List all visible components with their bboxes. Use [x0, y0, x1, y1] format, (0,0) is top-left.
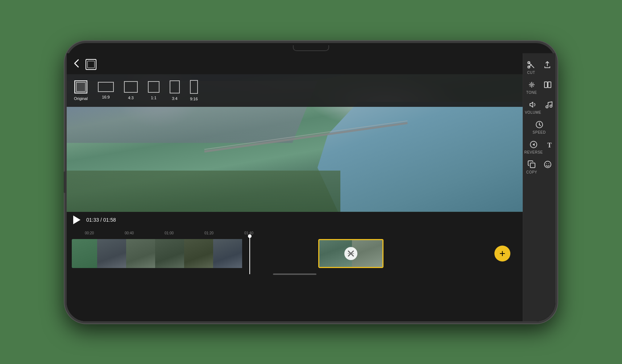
- video-preview: Original 16:9 4:3 1:1: [67, 74, 523, 212]
- copy-label: COPY: [526, 170, 537, 174]
- svg-line-12: [530, 83, 531, 84]
- svg-rect-24: [530, 163, 535, 168]
- ruler-mark-1: 00:20: [85, 231, 94, 235]
- volume-label: VOLUME: [525, 110, 541, 114]
- time-display: 01:33 / 01:58: [86, 217, 116, 223]
- thumb-6: [213, 239, 242, 268]
- svg-point-25: [544, 161, 551, 168]
- ar-original-label: Original: [74, 96, 88, 101]
- svg-point-7: [531, 84, 532, 85]
- volume-button: [64, 171, 66, 193]
- ar-9x16-label: 9:16: [190, 97, 198, 101]
- ar-3x4-label: 3:4: [172, 96, 177, 101]
- ar-9x16-icon: [190, 80, 198, 94]
- thumbnail-strip[interactable]: [72, 239, 318, 268]
- tone-label: TONE: [526, 91, 537, 95]
- text-icon: T: [546, 140, 554, 149]
- svg-line-15: [533, 83, 534, 84]
- top-tools-row: CUT: [523, 58, 555, 78]
- tool-cut[interactable]: CUT: [527, 60, 535, 75]
- tool-music[interactable]: [545, 100, 553, 114]
- svg-point-27: [548, 163, 549, 164]
- top-nav: [67, 53, 523, 74]
- timeline-container: 00:20 00:40 01:00 01:20 01:40: [67, 228, 523, 321]
- ar-4x3-icon: [124, 81, 138, 93]
- tool-reverse[interactable]: REVERSE: [524, 140, 543, 154]
- svg-point-18: [546, 106, 548, 108]
- ar-3x4-icon: [170, 80, 180, 93]
- tool-share[interactable]: [543, 60, 552, 75]
- share-icon: [543, 60, 552, 69]
- tone-split-row: TONE: [523, 78, 555, 97]
- main-content: Original 16:9 4:3 1:1: [67, 53, 523, 321]
- tool-emoji[interactable]: [543, 160, 552, 174]
- ar-4x3-label: 4:3: [128, 96, 133, 100]
- reverse-text-row: REVERSE T: [523, 137, 555, 157]
- volume-icon: [529, 100, 538, 109]
- ar-9x16[interactable]: 9:16: [190, 80, 198, 101]
- thumb-3: [126, 239, 155, 268]
- phone-frame: Original 16:9 4:3 1:1: [65, 41, 557, 323]
- thumb-4: [155, 239, 184, 268]
- phone-screen: Original 16:9 4:3 1:1: [67, 53, 555, 321]
- back-button[interactable]: [72, 57, 81, 72]
- river-overlay: [318, 102, 523, 212]
- add-clip-button[interactable]: +: [494, 246, 510, 262]
- music-icon: [545, 100, 553, 109]
- ar-4x3[interactable]: 4:3: [124, 81, 138, 100]
- svg-rect-16: [544, 82, 547, 88]
- scissors-indicator: [344, 247, 357, 260]
- ar-16x9[interactable]: 16:9: [98, 82, 114, 99]
- cut-label: CUT: [527, 71, 535, 75]
- emoji-icon: [543, 160, 552, 169]
- ruler-mark-2: 00:40: [125, 231, 134, 235]
- svg-point-26: [546, 163, 547, 164]
- tool-speed[interactable]: SPEED: [532, 120, 546, 134]
- ar-16x9-icon: [98, 82, 114, 92]
- selected-clip[interactable]: [318, 239, 383, 268]
- timeline-ruler: 00:20 00:40 01:00 01:20 01:40: [67, 228, 523, 236]
- svg-point-19: [550, 105, 552, 107]
- right-panel: CUT: [523, 53, 555, 321]
- thumb-2: [97, 239, 126, 268]
- tool-copy[interactable]: COPY: [526, 160, 537, 174]
- scissors-icon: [527, 60, 535, 69]
- reverse-label: REVERSE: [524, 150, 543, 154]
- ar-3x4[interactable]: 3:4: [170, 80, 180, 101]
- speed-reverse-row: SPEED: [523, 117, 555, 137]
- tone-icon: [527, 80, 536, 89]
- copy-emoji-row: COPY: [523, 157, 555, 177]
- volume-music-row: VOLUME: [523, 97, 555, 117]
- ar-original-inner: [76, 82, 86, 92]
- ar-1x1-label: 1:1: [151, 96, 156, 100]
- phone-top-bar: [67, 43, 555, 53]
- ar-1x1[interactable]: 1:1: [148, 81, 159, 100]
- copy-icon: [527, 160, 536, 169]
- tool-split[interactable]: [543, 80, 552, 95]
- ar-1x1-icon: [148, 81, 159, 93]
- tree-area: [67, 171, 340, 212]
- add-clip-icon: +: [499, 248, 505, 259]
- speed-icon: [535, 120, 544, 129]
- svg-point-21: [539, 124, 540, 125]
- aspect-ratio-overlay: Original 16:9 4:3 1:1: [67, 74, 523, 107]
- play-icon: [73, 216, 80, 224]
- tool-tone[interactable]: TONE: [526, 80, 537, 95]
- timeline-track: +: [72, 237, 518, 270]
- playhead: [249, 234, 250, 274]
- tool-text[interactable]: T: [546, 140, 554, 154]
- svg-line-14: [530, 86, 531, 87]
- phone-notch: [293, 45, 329, 51]
- play-button[interactable]: [72, 215, 82, 225]
- crop-icon-button[interactable]: [86, 59, 96, 70]
- thumb-5: [184, 239, 213, 268]
- split-icon: [543, 80, 552, 89]
- home-indicator: [67, 271, 523, 277]
- tool-volume[interactable]: VOLUME: [525, 100, 541, 114]
- svg-text:T: T: [547, 142, 552, 149]
- ar-original-icon: [74, 80, 87, 93]
- ar-16x9-label: 16:9: [102, 95, 109, 99]
- ar-original[interactable]: Original: [74, 80, 88, 101]
- playback-bar: 01:33 / 01:58: [67, 212, 523, 228]
- home-bar: [273, 273, 316, 275]
